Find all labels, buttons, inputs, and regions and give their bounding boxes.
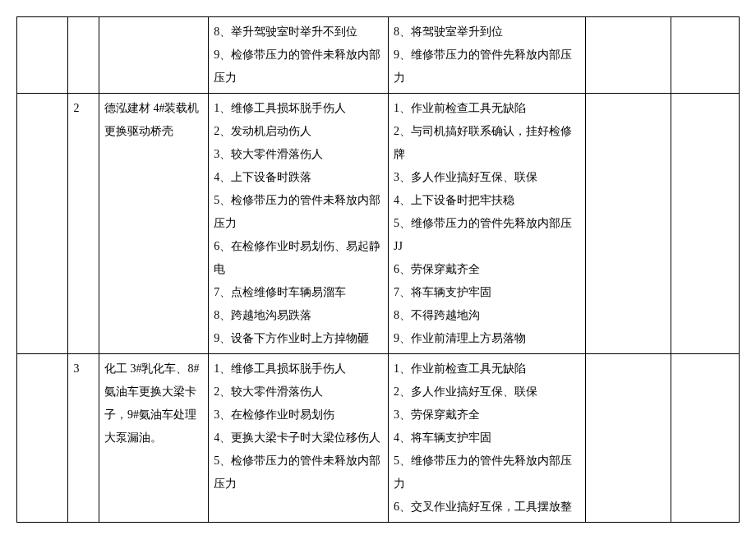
cell-measure: 1、作业前检查工具无缺陷2、多人作业搞好互保、联保3、劳保穿戴齐全4、将车辆支护…	[388, 354, 585, 523]
cell-index: 3	[68, 354, 99, 523]
table-row: 2 德泓建材 4#装载机更换驱动桥壳 1、维修工具损坏脱手伤人2、发动机启动伤人…	[17, 94, 740, 354]
cell-measure: 1、作业前检查工具无缺陷2、与司机搞好联系确认，挂好检修牌3、多人作业搞好互保、…	[388, 94, 585, 354]
cell-index: 2	[68, 94, 99, 354]
cell-group	[17, 354, 68, 523]
cell-task: 德泓建材 4#装载机更换驱动桥壳	[99, 94, 208, 354]
safety-table: 8、举升驾驶室时举升不到位9、检修带压力的管件未释放内部压力 8、将驾驶室举升到…	[16, 16, 740, 523]
cell-extra1	[585, 17, 671, 94]
cell-extra1	[585, 94, 671, 354]
cell-index	[68, 17, 99, 94]
cell-group	[17, 94, 68, 354]
cell-risk: 1、维修工具损坏脱手伤人2、发动机启动伤人3、较大零件滑落伤人4、上下设备时跌落…	[209, 94, 389, 354]
cell-task: 化工 3#乳化车、8#氨油车更换大梁卡子，9#氨油车处理大泵漏油。	[99, 354, 208, 523]
table-row: 8、举升驾驶室时举升不到位9、检修带压力的管件未释放内部压力 8、将驾驶室举升到…	[17, 17, 740, 94]
cell-extra2	[671, 354, 739, 523]
table-row: 3 化工 3#乳化车、8#氨油车更换大梁卡子，9#氨油车处理大泵漏油。 1、维修…	[17, 354, 740, 523]
cell-extra2	[671, 94, 739, 354]
cell-extra1	[585, 354, 671, 523]
cell-group	[17, 17, 68, 94]
cell-risk: 8、举升驾驶室时举升不到位9、检修带压力的管件未释放内部压力	[209, 17, 389, 94]
cell-extra2	[671, 17, 739, 94]
cell-task	[99, 17, 208, 94]
cell-measure: 8、将驾驶室举升到位9、维修带压力的管件先释放内部压力	[388, 17, 585, 94]
cell-risk: 1、维修工具损坏脱手伤人2、较大零件滑落伤人3、在检修作业时易划伤4、更换大梁卡…	[209, 354, 389, 523]
